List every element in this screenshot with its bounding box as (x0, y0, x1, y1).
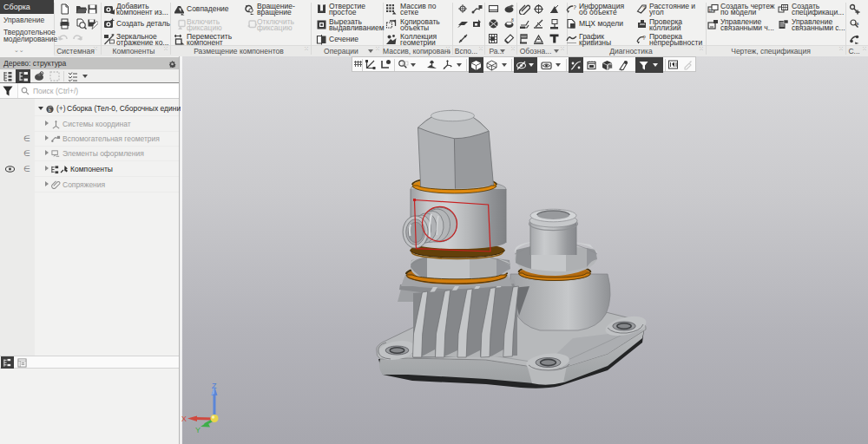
svg-text:?: ? (642, 35, 646, 41)
svg-text:?: ? (642, 5, 646, 11)
svg-text:b: b (709, 8, 712, 13)
svg-text:X: X (181, 415, 187, 423)
svg-text:Y: Y (195, 426, 201, 434)
svg-text:b: b (49, 108, 51, 113)
svg-text:?: ? (573, 4, 576, 10)
svg-text:8: 8 (511, 18, 514, 23)
svg-text:a: a (856, 21, 859, 26)
